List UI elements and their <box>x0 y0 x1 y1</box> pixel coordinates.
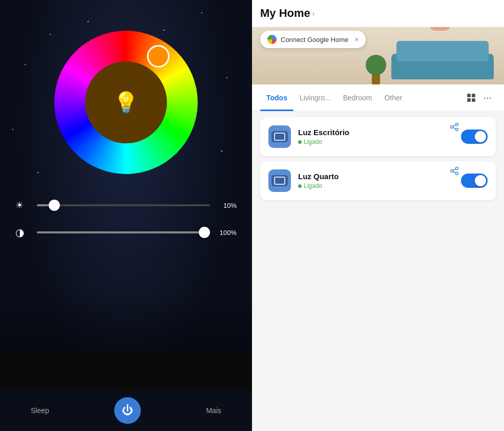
status-dot-quarto <box>298 184 302 188</box>
plant <box>366 54 386 84</box>
svg-point-10 <box>451 170 453 173</box>
svg-rect-2 <box>467 98 471 102</box>
toggle-quarto[interactable] <box>461 174 488 188</box>
connect-text: Connect Google Home <box>281 36 348 44</box>
left-panel: 💡 ☀ 10% ◑ 100% Sleep <box>0 0 252 431</box>
more-options-icon[interactable]: ··· <box>479 90 496 106</box>
device-status-escritorio: Ligado <box>298 138 454 145</box>
svg-line-8 <box>453 127 456 129</box>
close-icon[interactable]: × <box>354 35 359 44</box>
bottom-bar: Sleep ⏻ Mais <box>0 390 252 431</box>
status-text-escritorio: Ligado <box>304 138 322 145</box>
share-icon-quarto[interactable] <box>450 166 459 177</box>
tab-livingroom-label: Livingro... <box>300 94 331 102</box>
my-home-bar: My Home › <box>252 0 504 27</box>
contrast-row[interactable]: ◑ 100% <box>15 226 237 239</box>
google-icon <box>267 35 277 44</box>
device-icon-inner-escritorio <box>271 131 288 142</box>
brightness-value: 10% <box>216 202 237 209</box>
device-name-quarto: Luz Quarto <box>298 172 454 181</box>
svg-rect-0 <box>467 94 471 97</box>
svg-point-9 <box>456 167 458 170</box>
toggle-knob-escritorio <box>475 131 486 142</box>
sleep-button[interactable]: Sleep <box>31 406 49 415</box>
device-icon-quarto <box>268 169 291 192</box>
connect-google-home-bar[interactable]: Connect Google Home × <box>260 31 366 48</box>
tab-todos-label: Todos <box>266 94 287 102</box>
tab-livingroom[interactable]: Livingro... <box>293 84 337 111</box>
color-wheel[interactable]: 💡 <box>54 31 198 174</box>
device-info-escritorio: Luz Escritório Ligado <box>298 128 454 145</box>
power-button[interactable]: ⏻ <box>114 397 141 424</box>
my-home-title: My Home <box>260 7 310 20</box>
contrast-thumb[interactable] <box>199 227 210 238</box>
contrast-icon: ◑ <box>15 226 31 239</box>
trees-silhouette <box>0 288 252 390</box>
device-list: Luz Escritório Ligado <box>252 111 504 431</box>
chevron-right-icon[interactable]: › <box>312 9 315 17</box>
tab-bedroom[interactable]: Bedroom <box>337 84 379 111</box>
device-card-escritorio: Luz Escritório Ligado <box>260 117 496 156</box>
header-image: My Home › Connect Google Home × <box>252 0 504 84</box>
mais-button[interactable]: Mais <box>206 406 221 415</box>
tab-other[interactable]: Other <box>378 84 408 111</box>
svg-rect-1 <box>472 94 475 97</box>
power-icon: ⏻ <box>122 404 133 417</box>
contrast-fill <box>37 231 210 233</box>
toggle-escritorio[interactable] <box>461 130 488 144</box>
status-text-quarto: Ligado <box>304 182 322 189</box>
brightness-icon: ☀ <box>15 200 31 211</box>
bulb-icon: 💡 <box>113 91 139 115</box>
grid-view-icon[interactable] <box>463 90 479 106</box>
share-icon-escritorio[interactable] <box>450 122 459 133</box>
svg-line-13 <box>453 171 456 173</box>
device-status-quarto: Ligado <box>298 182 454 189</box>
right-panel: My Home › Connect Google Home × Todos Li… <box>252 0 504 431</box>
sliders-container: ☀ 10% ◑ 100% <box>15 200 237 254</box>
color-wheel-inner: 💡 <box>85 61 167 143</box>
contrast-track[interactable] <box>37 231 210 233</box>
tab-todos[interactable]: Todos <box>260 84 293 111</box>
svg-point-5 <box>451 126 453 128</box>
brightness-track[interactable] <box>37 204 210 206</box>
sofa <box>391 38 494 79</box>
device-icon-escritorio <box>268 125 291 148</box>
device-info-quarto: Luz Quarto Ligado <box>298 172 454 189</box>
toggle-knob-quarto <box>475 175 486 186</box>
brightness-row[interactable]: ☀ 10% <box>15 200 237 211</box>
svg-line-7 <box>453 125 456 126</box>
mais-label: Mais <box>206 406 221 415</box>
tab-other-label: Other <box>384 94 402 102</box>
svg-line-12 <box>453 169 456 170</box>
tabs-bar: Todos Livingro... Bedroom Other ··· <box>252 84 504 111</box>
svg-point-4 <box>456 123 458 126</box>
color-selector[interactable] <box>147 45 170 68</box>
tab-bedroom-label: Bedroom <box>343 94 372 102</box>
svg-point-11 <box>456 173 458 175</box>
contrast-value: 100% <box>216 229 237 236</box>
svg-point-6 <box>456 128 458 131</box>
brightness-thumb[interactable] <box>49 200 60 211</box>
status-dot-escritorio <box>298 140 302 144</box>
sleep-label: Sleep <box>31 406 49 415</box>
device-card-quarto: Luz Quarto Ligado <box>260 161 496 200</box>
color-wheel-container[interactable]: 💡 <box>54 31 198 174</box>
device-name-escritorio: Luz Escritório <box>298 128 454 137</box>
device-icon-inner-quarto <box>271 175 288 186</box>
svg-rect-3 <box>472 98 475 102</box>
